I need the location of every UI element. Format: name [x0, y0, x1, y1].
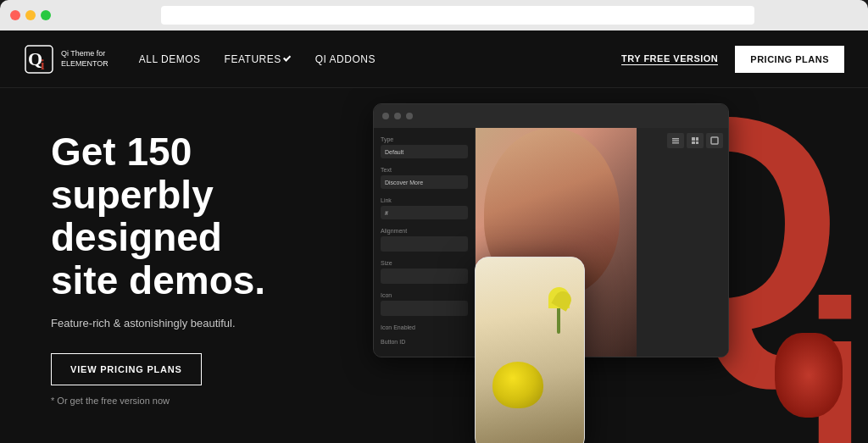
url-bar[interactable]	[161, 6, 754, 25]
mockup-field-text-value[interactable]: Discover More	[381, 175, 468, 189]
svg-rect-5	[672, 142, 679, 144]
mockup-field-link: Link #	[381, 197, 468, 219]
mockup-field-icon: Icon	[381, 292, 468, 316]
svg-rect-7	[696, 137, 698, 141]
red-flower-image	[775, 333, 843, 418]
svg-rect-10	[711, 137, 718, 144]
mockup-field-size-value[interactable]	[381, 269, 468, 284]
browser-chrome	[0, 0, 868, 30]
hero-section: Get 150 superbly designed site demos. Fe…	[0, 88, 868, 443]
mockup-dot-1	[382, 113, 389, 119]
nav-features[interactable]: FEATURES	[225, 53, 292, 65]
logo-icon: Q i	[24, 44, 54, 75]
nav-all-demos[interactable]: ALL DEMOS	[139, 53, 201, 65]
svg-rect-4	[672, 141, 679, 142]
mockup-icons-row	[667, 133, 723, 148]
mockup-field-text: Text Discover More	[381, 167, 468, 189]
phone-mockup	[475, 257, 585, 443]
svg-rect-6	[692, 137, 695, 141]
traffic-lights	[10, 10, 51, 20]
mockup-dot-2	[394, 113, 401, 119]
nav-qi-addons[interactable]: QI ADDONS	[315, 53, 376, 65]
phone-flower-image	[542, 283, 576, 334]
mockup-dot-3	[406, 113, 413, 119]
hero-subtext: Feature-rich & astonishingly beautiful.	[51, 317, 356, 329]
nav-right: TRY FREE VERSION PRICING PLANS	[621, 46, 844, 73]
mockup-field-alignment-value[interactable]	[381, 236, 468, 252]
navbar: Q i Qi Theme for ELEMENTOR ALL DEMOS FEA…	[0, 30, 868, 88]
traffic-light-green[interactable]	[41, 10, 51, 20]
hero-right: Q i Type	[356, 88, 868, 443]
red-flower-bg	[775, 333, 843, 418]
mockup-field-icon-enabled: Icon Enabled	[381, 324, 468, 330]
mockup-field-link-value[interactable]: #	[381, 206, 468, 219]
mockup-field-size: Size	[381, 260, 468, 284]
mockup-field-icon-value[interactable]	[381, 301, 468, 316]
svg-rect-8	[692, 141, 695, 144]
phone-content	[476, 257, 584, 443]
view-pricing-button[interactable]: VIEW PRICING PLANS	[51, 353, 202, 385]
traffic-light-red[interactable]	[10, 10, 20, 20]
mockup-icon-btn-3[interactable]	[706, 133, 723, 148]
mockup-field-type-value[interactable]: Default	[381, 145, 468, 158]
logo-area: Q i Qi Theme for ELEMENTOR	[24, 44, 108, 75]
svg-text:i: i	[41, 58, 45, 72]
mockup-field-alignment: Alignment	[381, 228, 468, 252]
logo-text: Qi Theme for ELEMENTOR	[61, 49, 108, 69]
hero-left: Get 150 superbly designed site demos. Fe…	[0, 88, 356, 443]
mockup-field-type: Type Default	[381, 136, 468, 158]
svg-rect-3	[672, 138, 679, 140]
mockup-top-bar	[374, 104, 728, 128]
chevron-down-icon	[283, 53, 291, 61]
traffic-light-yellow[interactable]	[25, 10, 36, 20]
free-version-note: * Or get the free version now	[51, 396, 356, 406]
phone-lemon-image	[492, 362, 543, 408]
mockup-icon-btn-2[interactable]	[687, 133, 704, 148]
mockup-sidebar: Type Default Text Discover More	[374, 128, 476, 357]
nav-links: ALL DEMOS FEATURES QI ADDONS	[139, 53, 621, 65]
hero-heading: Get 150 superbly designed site demos.	[51, 130, 356, 302]
pricing-plans-button[interactable]: PRICING PLANS	[735, 46, 844, 73]
mockup-icon-btn-1[interactable]	[667, 133, 684, 148]
try-free-button[interactable]: TRY FREE VERSION	[621, 53, 718, 65]
svg-rect-9	[696, 141, 698, 144]
mockup-field-button-id: Button ID	[381, 339, 468, 345]
website-content: Q i Qi Theme for ELEMENTOR ALL DEMOS FEA…	[0, 30, 868, 443]
